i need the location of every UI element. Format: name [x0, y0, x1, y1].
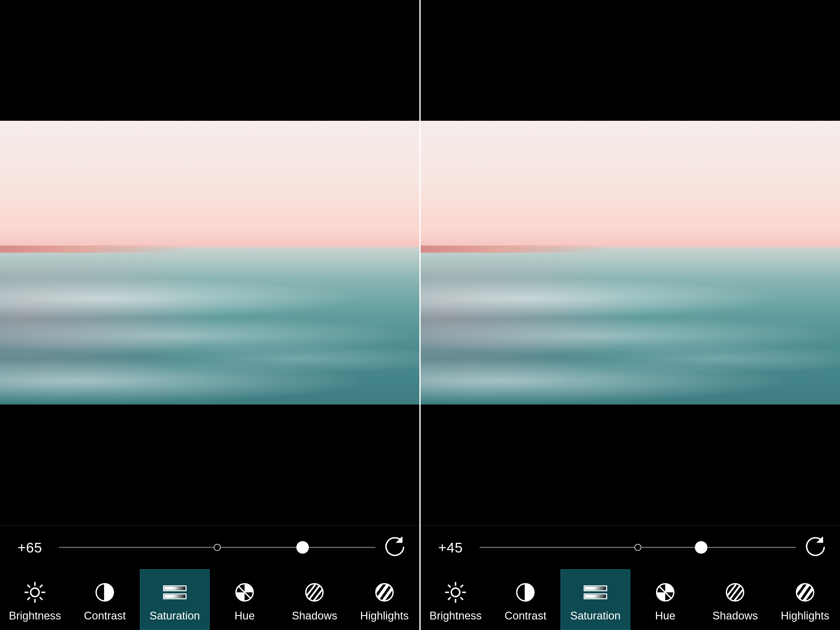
slider-value-label: +65 — [17, 539, 50, 556]
svg-point-1 — [31, 588, 39, 597]
tool-label: Contrast — [505, 609, 546, 622]
tool-hue[interactable]: Hue — [630, 569, 700, 630]
image-canvas[interactable] — [0, 0, 419, 525]
svg-rect-46 — [594, 595, 606, 598]
svg-rect-42 — [585, 587, 594, 590]
slider-center-marker — [634, 544, 641, 551]
tool-shadows[interactable]: Shadows — [700, 569, 770, 630]
slider-value-label: +45 — [438, 539, 471, 556]
slider-thumb[interactable] — [695, 541, 707, 554]
svg-line-21 — [309, 586, 320, 599]
svg-rect-15 — [164, 595, 173, 598]
tool-label: Brightness — [9, 609, 61, 622]
tool-label: Hue — [655, 609, 676, 622]
svg-line-36 — [448, 585, 450, 587]
tool-label: Shadows — [712, 609, 758, 622]
saturation-icon — [162, 580, 187, 605]
tool-label: Shadows — [292, 609, 337, 622]
adjustment-slider-row: +65 — [0, 525, 419, 569]
tool-shadows[interactable]: Shadows — [279, 569, 349, 630]
svg-line-39 — [461, 585, 463, 587]
saturation-icon — [583, 580, 608, 605]
reset-button[interactable] — [384, 537, 407, 558]
contrast-icon — [513, 580, 538, 605]
slider-center-marker — [214, 544, 221, 551]
highlights-icon — [372, 580, 397, 605]
editor-panel-left: +65 — [0, 0, 419, 630]
tool-label: Hue — [235, 609, 255, 622]
reset-icon — [384, 537, 405, 558]
adjustment-toolbar: Brightness Contrast — [0, 569, 419, 630]
reset-icon — [805, 537, 826, 558]
tool-saturation[interactable]: Saturation — [140, 569, 210, 630]
shadows-icon — [302, 580, 327, 605]
tool-brightness[interactable]: Brightness — [0, 569, 70, 630]
tool-label: Highlights — [781, 609, 829, 622]
preview-image — [421, 121, 840, 404]
tool-brightness[interactable]: Brightness — [421, 569, 490, 630]
hue-icon — [232, 580, 257, 605]
slider-thumb[interactable] — [296, 541, 309, 554]
svg-rect-45 — [585, 595, 594, 598]
svg-line-37 — [461, 597, 463, 600]
svg-rect-12 — [164, 587, 173, 590]
highlights-icon — [793, 580, 818, 605]
tool-label: Saturation — [570, 609, 621, 622]
adjustment-toolbar: Brightness Contrast — [421, 569, 840, 630]
reset-button[interactable] — [805, 537, 827, 558]
svg-line-7 — [40, 597, 43, 600]
tool-label: Brightness — [429, 609, 482, 622]
adjustment-slider[interactable] — [480, 540, 796, 555]
svg-line-8 — [27, 597, 30, 600]
tool-label: Contrast — [84, 609, 126, 622]
brightness-icon — [22, 580, 47, 605]
tool-saturation[interactable]: Saturation — [561, 569, 630, 630]
svg-rect-13 — [173, 587, 185, 590]
tool-label: Saturation — [150, 609, 200, 622]
editor-panel-right: +45 — [421, 0, 840, 630]
adjustment-slider[interactable] — [59, 540, 376, 555]
image-canvas[interactable] — [421, 0, 840, 525]
brightness-icon — [443, 580, 468, 605]
contrast-icon — [92, 580, 117, 605]
tool-hue[interactable]: Hue — [210, 569, 279, 630]
svg-line-38 — [448, 597, 450, 600]
tool-label: Highlights — [360, 609, 409, 622]
svg-rect-16 — [173, 595, 185, 598]
svg-point-31 — [451, 588, 460, 597]
shadows-icon — [723, 580, 748, 605]
svg-line-51 — [730, 586, 740, 599]
svg-line-6 — [27, 585, 30, 587]
adjustment-slider-row: +45 — [421, 525, 840, 569]
svg-rect-43 — [594, 587, 606, 590]
preview-image — [0, 121, 419, 404]
tool-highlights[interactable]: Highlights — [350, 569, 419, 630]
tool-highlights[interactable]: Highlights — [770, 569, 840, 630]
tool-contrast[interactable]: Contrast — [490, 569, 560, 630]
svg-line-9 — [40, 585, 43, 587]
hue-icon — [653, 580, 678, 605]
tool-contrast[interactable]: Contrast — [70, 569, 140, 630]
